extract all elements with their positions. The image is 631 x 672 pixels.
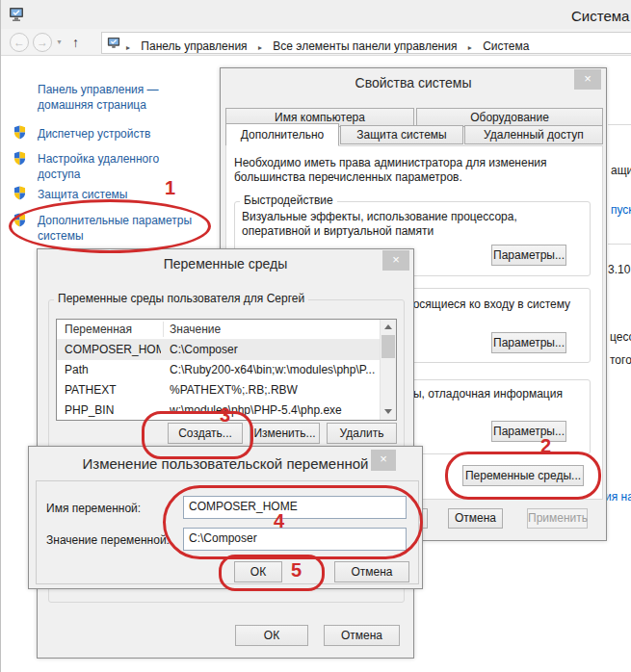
variable-value-label: Значение переменной: [46, 533, 170, 547]
close-icon[interactable]: × [371, 450, 396, 471]
forward-icon[interactable]: → [33, 33, 52, 52]
tab-hardware[interactable]: Оборудование [416, 108, 603, 127]
user-variables-group-title: Переменные среды пользователя для Сергей [54, 292, 308, 305]
dialog-title: Переменные среды [38, 256, 413, 271]
user-profiles-settings-button[interactable]: Параметры... [491, 332, 566, 353]
cancel-button[interactable]: Отмена [334, 561, 409, 582]
environment-variables-button[interactable]: Переменные среды... [462, 465, 584, 486]
performance-group-title: Быстродействие [240, 194, 337, 207]
tab-system-protection[interactable]: Защита системы [340, 125, 463, 144]
sidebar-item-advanced-system-settings[interactable]: Дополнительные параметры системы [38, 213, 209, 244]
shield-icon [13, 151, 26, 168]
variable-name-cell: PATHEXT [65, 383, 161, 397]
window-titlebar [1, 0, 631, 29]
section-divider [608, 244, 631, 245]
recent-pages-dropdown-icon[interactable]: ▼ [56, 39, 63, 45]
sidebar-item-remote-access[interactable]: Настройка удаленного доступа [38, 151, 187, 182]
background-text-fragment: цесо [610, 330, 631, 344]
dialog-title: Свойства системы [221, 75, 606, 90]
background-link-fragment[interactable]: пуск [611, 203, 631, 217]
scrollbar-thumb[interactable] [381, 335, 395, 358]
startup-recovery-settings-button[interactable]: Параметры... [491, 421, 566, 442]
close-icon[interactable]: × [382, 250, 409, 271]
ok-button[interactable]: ОК [235, 625, 308, 646]
breadcrumb-item-system[interactable]: Система [483, 39, 529, 53]
variable-name-input[interactable]: COMPOSER_HOME [183, 496, 407, 519]
dialog-title: Изменение пользовательской переменной [29, 455, 422, 472]
shield-icon [13, 125, 26, 142]
table-row[interactable]: PATHEXT %PATHEXT%;.RB;.RBW [57, 380, 381, 401]
cancel-button[interactable]: Отмена [324, 625, 400, 646]
new-variable-button[interactable]: Создать... [168, 423, 243, 444]
table-row-selected[interactable]: COMPOSER_HOME C:\Composer [57, 340, 381, 360]
scroll-down-icon[interactable] [384, 409, 392, 414]
delete-variable-button[interactable]: Удалить [327, 423, 397, 444]
apply-button: Применить [527, 508, 588, 529]
breadcrumb-sep-icon: ▸ [258, 43, 262, 52]
tab-remote-access[interactable]: Удаленный доступ [464, 125, 603, 144]
shield-icon [13, 186, 26, 203]
breadcrumb-item-control-panel[interactable]: Панель управления [141, 39, 247, 53]
variable-value-cell: w:\modules\php\PHP-5.4\php.exe [170, 403, 378, 417]
user-variables-list: Переменная Значение COMPOSER_HOME C:\Com… [56, 319, 397, 421]
breadcrumb-sep-icon: ▸ [468, 43, 472, 52]
column-header-variable[interactable]: Переменная [65, 323, 161, 336]
window-title: Система [571, 8, 629, 24]
edit-user-variable-dialog: Изменение пользовательской переменной × … [28, 446, 423, 589]
section-divider [608, 124, 631, 125]
scrollbar[interactable] [380, 320, 396, 420]
tab-advanced[interactable]: Дополнительно [225, 123, 339, 146]
variable-name-cell: PHP_BIN [65, 403, 161, 417]
column-divider [163, 322, 164, 337]
performance-group-text: Визуальные эффекты, использование процес… [242, 210, 581, 239]
variable-name-cell: Path [65, 363, 161, 376]
background-text-fragment: ащи [611, 164, 631, 177]
close-icon[interactable]: × [574, 69, 601, 90]
system-icon [9, 7, 24, 22]
back-icon[interactable]: ← [10, 33, 29, 52]
background-link-fragment[interactable]: ия на [605, 490, 631, 504]
variable-name-cell: COMPOSER_HOME [65, 343, 161, 356]
variable-value-input[interactable]: C:\Composer [183, 528, 407, 551]
list-header: Переменная Значение [57, 320, 381, 340]
breadcrumb: ▸ Панель управления ▸ Все элементы панел… [126, 39, 529, 53]
edit-variable-button[interactable]: Изменить... [250, 423, 320, 444]
background-text-fragment: 3.10 ( [608, 263, 631, 276]
breadcrumb-item-all-items[interactable]: Все элементы панели управления [273, 39, 457, 53]
admin-rights-note: Необходимо иметь права администратора дл… [234, 156, 596, 185]
system-window: Система ← → ▼ ↑ ▸ Панель управления ▸ Вс… [0, 0, 631, 672]
variable-value-cell: %PATHEXT%;.RB;.RBW [170, 383, 378, 397]
table-row[interactable]: PHP_BIN w:\modules\php\PHP-5.4\php.exe [57, 401, 381, 421]
cancel-button[interactable]: Отмена [448, 508, 503, 529]
background-text-fragment: того [610, 353, 631, 367]
sidebar-item-system-protection[interactable]: Защита системы [38, 187, 211, 202]
shield-icon [13, 213, 26, 230]
breadcrumb-system-icon [107, 37, 120, 50]
sidebar-item-device-manager[interactable]: Диспетчер устройств [38, 126, 211, 142]
ok-button[interactable]: ОК [234, 561, 282, 582]
up-icon[interactable]: ↑ [72, 35, 79, 50]
column-header-value[interactable]: Значение [170, 323, 372, 336]
variable-value-cell: C:\Composer [170, 343, 378, 356]
performance-settings-button[interactable]: Параметры... [491, 245, 566, 266]
variable-value-cell: C:\Ruby200-x64\bin;w:\modules\php\P... [170, 363, 378, 376]
breadcrumb-sep-icon: ▸ [126, 43, 130, 52]
table-row[interactable]: Path C:\Ruby200-x64\bin;w:\modules\php\P… [57, 360, 381, 380]
variable-name-label: Имя переменной: [46, 502, 141, 515]
scroll-up-icon[interactable] [384, 324, 392, 329]
sidebar-item-control-panel-home[interactable]: Панель управления — домашняя страница [38, 82, 184, 113]
